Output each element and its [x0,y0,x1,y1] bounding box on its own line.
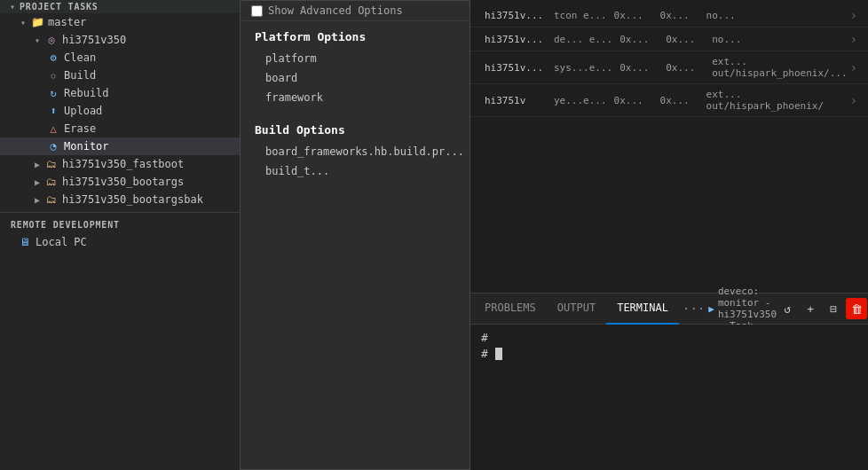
platform-options-header: Platform Options [241,21,470,49]
erase-icon: △ [46,121,60,136]
terminal-body: # # [470,325,868,470]
local-pc-item[interactable]: 🖥 Local PC [0,233,240,251]
local-pc-label: Local PC [36,236,87,248]
chevron-right-icon: › [850,32,857,46]
row0-col5: no... [706,10,850,21]
task-rebuild-label: Rebuild [64,87,109,99]
bootargs-label: hi3751v350_bootargs [62,176,184,188]
expand-master-icon: ▾ [18,18,28,27]
chevron-right-icon: › [850,60,857,74]
add-terminal-btn[interactable]: + [800,298,821,319]
refresh-icon: ↻ [46,86,60,100]
row3-col3: 0x... [614,95,653,106]
dropdown-board[interactable]: board [241,68,470,88]
dropdown-build-type[interactable]: build_t... [241,161,470,181]
bootargsbak-label: hi3751v350_bootargsbak [62,193,203,206]
row-content-2: hi3751v... sys...e... 0x... 0x... ext...… [485,56,850,79]
fastboot-folder-icon: 🗂 [44,157,59,171]
terminal-line-2: # [481,346,857,362]
row3-col2: ye...e... [554,95,607,106]
bootargsbak-folder-icon: 🗂 [44,192,59,207]
row0-name: hi3751v... [485,10,547,21]
row3-col4: 0x... [660,95,699,106]
task-build-label: Build [64,69,96,82]
expand-bootargsbak-icon: ▶ [32,195,43,205]
sidebar: ▾ PROJECT TASKS ▾ 📁 master ▾ ◎ hi3751v35… [0,0,240,470]
upload-icon: ⬆ [46,104,60,118]
pc-icon: 🖥 [18,235,32,249]
task-monitor-label: Monitor [64,140,109,153]
expand-fastboot-icon: ▶ [32,160,43,169]
task-monitor[interactable]: ◔ Monitor [0,137,240,155]
project-tasks-section: ▾ PROJECT TASKS [0,0,240,13]
group-fastboot[interactable]: ▶ 🗂 hi3751v350_fastboot [0,155,240,173]
row-content-1: hi3751v... de... e... 0x... 0x... no... [485,34,850,45]
expand-icon: ▾ [7,2,18,12]
row3-col5: ext... out/hispark_phoenix/ [706,89,850,112]
chevron-right-icon: › [850,93,857,107]
expand-hi3751-icon: ▾ [32,35,43,45]
gear-icon: ⚙ [46,51,60,65]
master-folder-icon: 📁 [30,15,44,29]
task-build[interactable]: ○ Build [0,67,240,84]
row2-col3: 0x... [619,62,659,74]
refresh-terminal-btn[interactable]: ↺ [777,298,798,319]
tab-problems[interactable]: PROBLEMS [474,294,547,325]
group-bootargs[interactable]: ▶ 🗂 hi3751v350_bootargs [0,173,240,191]
row1-col5: no... [712,34,849,45]
tab-output[interactable]: OUTPUT [547,294,606,325]
more-options-icon[interactable]: ··· [683,302,705,316]
dropdown-platform[interactable]: platform [241,49,470,68]
table-row[interactable]: hi3751v... sys...e... 0x... 0x... ext...… [470,51,868,84]
task-clean-label: Clean [64,51,96,64]
circle-icon: ○ [46,68,60,82]
task-clean[interactable]: ⚙ Clean [0,49,240,67]
row2-col5: ext... out/hispark_phoenix/... [712,56,849,79]
row0-col4: 0x... [660,10,699,21]
show-advanced-row: Show Advanced Options [241,1,470,21]
split-terminal-btn[interactable]: ⊟ [823,298,844,319]
expand-bootargs-icon: ▶ [32,177,43,187]
table-row[interactable]: hi3751v... tcon e... 0x... 0x... no... › [470,4,868,27]
hi3751v350-label: hi3751v350 [62,34,126,46]
row1-col2: de... e... [554,34,612,45]
row-content-0: hi3751v... tcon e... 0x... 0x... no... [485,10,850,21]
tab-terminal[interactable]: TERMINAL [606,294,679,325]
row1-col4: 0x... [666,34,705,45]
task-erase[interactable]: △ Erase [0,120,240,137]
master-label: master [48,16,86,28]
hi3751v350-item[interactable]: ▾ ◎ hi3751v350 [0,31,240,49]
dropdown-panel: Show Advanced Options Platform Options p… [240,0,470,470]
trash-terminal-btn[interactable]: 🗑 [846,298,867,319]
table-row[interactable]: hi3751v... de... e... 0x... 0x... no... … [470,27,868,51]
row3-name: hi3751v [485,95,547,106]
bootargs-folder-icon: 🗂 [44,175,59,189]
monitor-icon: ◔ [46,139,60,153]
task-upload[interactable]: ⬆ Upload [0,102,240,120]
terminal-actions: ↺ + ⊟ 🗑 ∧ ∨ ✕ [777,298,868,319]
master-item[interactable]: ▾ 📁 master [0,13,240,31]
table-area: hi3751v... tcon e... 0x... 0x... no... ›… [470,0,868,293]
row1-col3: 0x... [619,34,659,45]
show-advanced-checkbox[interactable] [251,5,263,17]
group-bootargsbak[interactable]: ▶ 🗂 hi3751v350_bootargsbak [0,191,240,208]
task-rebuild[interactable]: ↻ Rebuild [0,84,240,102]
row-content-3: hi3751v ye...e... 0x... 0x... ext... out… [485,89,850,112]
row2-name: hi3751v... [485,62,547,74]
row2-col2: sys...e... [554,62,612,74]
terminal-tab-bar: PROBLEMS OUTPUT TERMINAL ··· ▶ deveco: m… [470,294,868,325]
remote-dev-title: REMOTE DEVELOPMENT [0,212,240,233]
table-row[interactable]: hi3751v ye...e... 0x... 0x... ext... out… [470,84,868,117]
row1-name: hi3751v... [485,34,547,45]
terminal-cursor [495,348,502,360]
terminal-run-icon: ▶ [708,303,714,315]
terminal-line-1: # [481,330,857,346]
task-erase-label: Erase [64,122,96,135]
row0-col2: tcon e... [554,10,607,21]
main-panel: hi3751v... tcon e... 0x... 0x... no... ›… [470,0,868,470]
terminal-container: PROBLEMS OUTPUT TERMINAL ··· ▶ deveco: m… [470,293,868,470]
fastboot-label: hi3751v350_fastboot [62,158,184,170]
dropdown-board-frameworks[interactable]: board_frameworks.hb.build.pr... [241,142,470,161]
dropdown-framework[interactable]: framework [241,88,470,107]
project-tasks-label: PROJECT TASKS [20,2,99,12]
